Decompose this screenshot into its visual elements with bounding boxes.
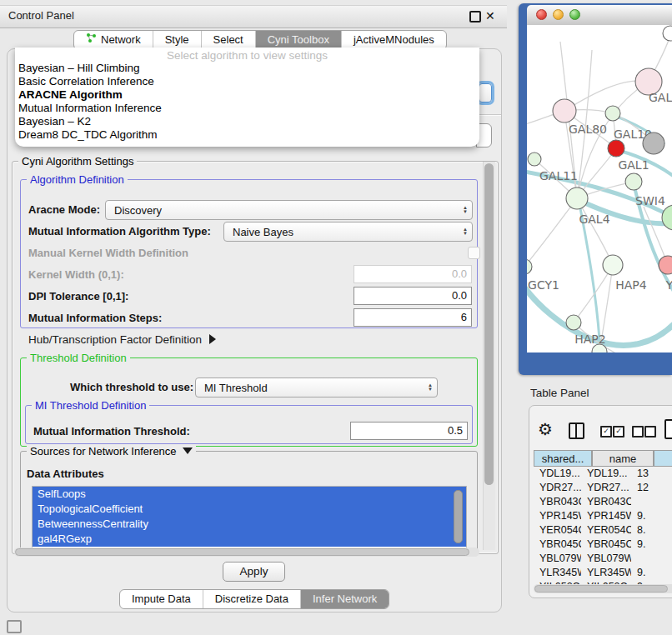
columns-icon[interactable] [569, 422, 584, 439]
attribute-item-topologicalcoefficient[interactable]: TopologicalCoefficient [33, 502, 466, 517]
network-node-swi4[interactable] [625, 173, 642, 190]
focused-combo-fragment[interactable] [479, 83, 492, 102]
network-canvas[interactable]: GALGAL80GAL10GAL1GAL11SWI4GAL4GCY1HAP4YH… [527, 25, 672, 352]
minimize-traffic-light-icon[interactable] [553, 9, 564, 20]
table-cell: YBR043C [534, 495, 581, 509]
settings-horizontal-scrollbar[interactable] [14, 548, 479, 557]
column-header-shared-name[interactable]: shared... [534, 450, 592, 467]
apply-button[interactable]: Apply [223, 562, 285, 582]
algorithm-option-bayesian-k2[interactable]: Bayesian – K2 [15, 115, 479, 128]
tab-label: Infer Network [313, 590, 377, 608]
table-cell: YBR043C [581, 495, 631, 509]
network-node[interactable] [643, 132, 664, 154]
table-row[interactable]: YDR27...YDR27...12 [534, 481, 672, 495]
network-edge[interactable] [527, 198, 577, 267]
network-node-label: GAL4 [579, 212, 609, 226]
table-row[interactable]: YBR045CYBR045C9. [534, 538, 672, 552]
algorithm-dropdown-placeholder: Select algorithm to view settings [15, 48, 479, 62]
table-row[interactable]: YBR043CYBR043C [534, 495, 672, 509]
algorithm-option-basic-correlation-inference[interactable]: Basic Correlation Inference [15, 75, 479, 88]
tab-label: Discretize Data [215, 590, 288, 608]
network-view-titlebar[interactable] [527, 5, 672, 26]
which-threshold-select[interactable]: MI Threshold ▲▼ [195, 378, 438, 398]
table-cell: 9. [631, 566, 672, 580]
table-cell: 9. [631, 538, 672, 552]
gear-icon[interactable]: ⚙ [538, 420, 553, 438]
mi-threshold-field[interactable]: 0.5 [350, 422, 468, 440]
table-row[interactable]: YPR145WYPR145W9. [534, 509, 672, 523]
algorithm-option-mutual-information-inference[interactable]: Mutual Information Inference [15, 102, 479, 115]
deselect-all-checkbox-icon[interactable] [632, 426, 644, 438]
network-node-label: HAP2 [574, 332, 605, 346]
network-node-gcy1[interactable] [527, 259, 532, 274]
network-node-hap4[interactable] [603, 255, 623, 275]
network-node-label: HAP4 [615, 278, 647, 292]
network-node-y[interactable] [659, 256, 672, 274]
table-row[interactable]: YBL079WYBL079W [534, 552, 672, 566]
network-node-gal10[interactable] [605, 106, 620, 121]
network-node[interactable] [662, 205, 672, 230]
column-header-cut[interactable] [654, 450, 672, 467]
settings-vertical-scrollbar[interactable] [483, 162, 495, 550]
table-row[interactable]: YDL19...YDL19...13 [534, 467, 672, 481]
group-divider-fragment [479, 114, 501, 116]
table-rows[interactable]: YDL19...YDL19...13YDR27...YDR27...12YBR0… [534, 467, 672, 584]
stepper-icon: ▲▼ [463, 228, 468, 236]
algorithm-option-dream8-dc-tdc-algorithm[interactable]: Dream8 DC_TDC Algorithm [15, 128, 479, 142]
dpi-tolerance-field[interactable]: 0.0 [354, 287, 472, 305]
select-all-checkbox-icon[interactable]: ✓ [600, 426, 612, 438]
attribute-item-betweennesscentrality[interactable]: BetweennessCentrality [33, 517, 466, 532]
column-header-name[interactable]: name [592, 450, 654, 467]
table-cell: YDL19... [581, 467, 631, 481]
tab-jactivemnodules[interactable]: jActiveMNodules [342, 31, 446, 49]
table-cell: YBL079W [581, 552, 631, 566]
control-panel-title: Control Panel [8, 5, 74, 27]
table-cell: 8. [631, 523, 672, 538]
tab-impute-data[interactable]: Impute Data [120, 590, 203, 608]
tab-style[interactable]: Style [153, 31, 202, 49]
restore-window-icon[interactable] [7, 620, 22, 633]
network-node-gal11[interactable] [528, 152, 541, 166]
tab-infer-network[interactable]: Infer Network [301, 590, 389, 608]
export-table-icon[interactable] [664, 419, 672, 439]
attribute-item-selfloops[interactable]: SelfLoops [33, 487, 466, 502]
algorithm-option-bayesian-hill-climbing[interactable]: Bayesian – Hill Climbing [15, 62, 479, 75]
algorithm-option-aracne-algorithm[interactable]: ARACNE Algorithm [15, 88, 479, 102]
aracne-mode-select[interactable]: Discovery ▲▼ [105, 200, 473, 220]
network-node-hap2[interactable] [566, 315, 581, 330]
close-traffic-light-icon[interactable] [536, 9, 547, 20]
network-canvas-container[interactable]: GALGAL80GAL10GAL1GAL11SWI4GAL4GCY1HAP4YH… [527, 25, 672, 352]
network-node[interactable] [663, 26, 672, 41]
table-horizontal-scrollbar[interactable] [534, 584, 672, 593]
data-attributes-list[interactable]: SelfLoopsTopologicalCoefficientBetweenne… [32, 486, 467, 549]
network-node-label: Y [665, 278, 672, 292]
kernel-width-field[interactable]: 0.0 [354, 265, 472, 283]
table-cell: YBR045C [534, 538, 581, 552]
table-cell: YER054C [581, 523, 631, 538]
network-node-gal1[interactable] [608, 140, 624, 157]
tab-select[interactable]: Select [202, 31, 256, 49]
tab-discretize-data[interactable]: Discretize Data [203, 590, 301, 608]
float-window-icon[interactable] [469, 11, 481, 22]
tab-network[interactable]: Network [74, 31, 153, 49]
network-node-gal80[interactable] [553, 99, 576, 122]
tab-cyni-toolbox[interactable]: Cyni Toolbox [256, 31, 342, 49]
table-cell: YPR145W [534, 509, 581, 523]
attribute-item-gal4rgexp[interactable]: gal4RGexp [33, 532, 466, 547]
hub-definition-toggle[interactable]: Hub/Transcription Factor Definition [28, 333, 216, 346]
mi-type-select[interactable]: Naive Bayes ▲▼ [223, 222, 473, 242]
network-node-gal4[interactable] [566, 188, 588, 209]
threshold-definition-title: Threshold Definition [27, 352, 130, 364]
mi-steps-field[interactable]: 6 [354, 308, 472, 327]
manual-kernel-checkbox[interactable] [468, 247, 480, 259]
mi-type-label: Mutual Information Algorithm Type: [28, 225, 211, 238]
cyni-settings-title: Cyni Algorithm Settings [18, 155, 137, 168]
table-row[interactable]: YLR345WYLR345W9. [534, 566, 672, 580]
collapse-down-icon [183, 448, 193, 454]
close-icon[interactable]: ✕ [485, 8, 495, 23]
table-row[interactable]: YER054CYER054C8. [534, 523, 672, 538]
attributes-list-scrollbar[interactable] [454, 490, 463, 543]
control-panel-titlebar [0, 5, 507, 28]
sources-group-title[interactable]: Sources for Network Inference [27, 445, 196, 458]
zoom-traffic-light-icon[interactable] [569, 9, 580, 20]
